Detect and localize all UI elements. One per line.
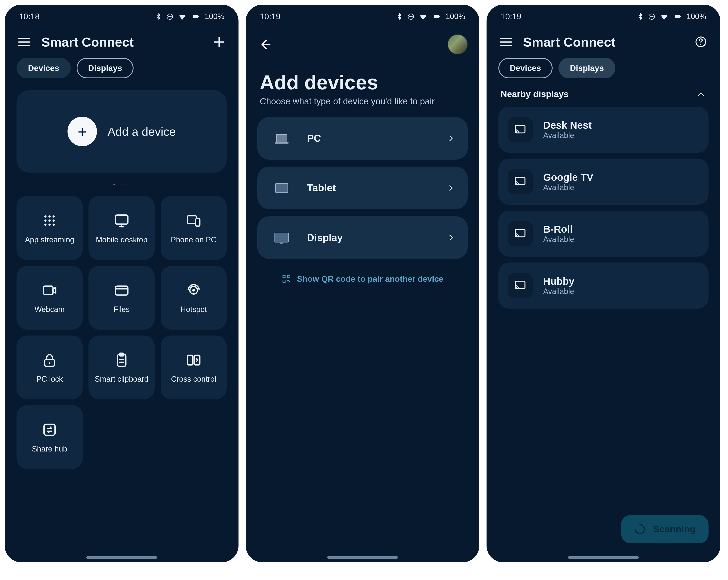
bluetooth-icon	[396, 13, 403, 20]
screen-add-devices: 10:19 100% Add devices Choose what type …	[246, 5, 479, 562]
tile-cross-control[interactable]: Cross control	[161, 335, 227, 399]
screen-displays: 10:19 100% Smart Connect Devices Display…	[487, 5, 720, 562]
scanning-chip: Scanning	[621, 515, 708, 544]
tile-phone-on-pc[interactable]: Phone on PC	[161, 196, 227, 260]
nav-handle[interactable]	[568, 556, 639, 559]
bluetooth-icon	[637, 13, 644, 20]
section-title: Nearby displays	[501, 89, 569, 99]
tile-smart-clipboard[interactable]: Smart clipboard	[88, 335, 155, 399]
app-title: Smart Connect	[41, 34, 202, 50]
tile-label: PC lock	[36, 375, 63, 383]
monitor-icon	[113, 212, 131, 229]
tile-hotspot[interactable]: Hotspot	[161, 266, 227, 330]
display-row[interactable]: Google TV Available	[498, 158, 708, 205]
battery-icon	[190, 12, 201, 21]
display-row[interactable]: B-Roll Available	[498, 211, 708, 257]
tablet-icon	[269, 180, 294, 196]
display-name: B-Roll	[543, 223, 574, 235]
tile-files[interactable]: Files	[88, 266, 155, 330]
feature-grid: App streaming Mobile desktop Phone on PC…	[5, 196, 238, 469]
tile-share-hub[interactable]: Share hub	[17, 405, 82, 469]
wifi-icon	[418, 12, 428, 21]
nav-handle[interactable]	[327, 556, 398, 559]
cast-icon	[508, 273, 532, 298]
nav-handle[interactable]	[86, 556, 157, 559]
menu-icon	[499, 35, 513, 49]
help-icon	[694, 35, 707, 48]
tab-devices[interactable]: Devices	[17, 58, 71, 78]
option-pc[interactable]: PC	[257, 117, 467, 159]
tile-webcam[interactable]: Webcam	[17, 266, 82, 330]
option-label: Display	[307, 232, 434, 244]
tile-label: Share hub	[32, 445, 67, 453]
help-button[interactable]	[693, 34, 708, 50]
cast-icon	[508, 117, 532, 142]
status-bar: 10:19 100%	[246, 5, 479, 24]
qr-label: Show QR code to pair another device	[297, 274, 443, 284]
swap-icon	[41, 421, 59, 438]
back-button[interactable]	[257, 36, 273, 52]
display-status: Available	[543, 235, 574, 244]
wifi-icon	[178, 12, 187, 21]
wifi-icon	[659, 12, 669, 21]
dnd-icon	[407, 12, 415, 21]
tab-displays[interactable]: Displays	[558, 58, 616, 78]
tile-label: Hotspot	[181, 305, 207, 314]
tile-label: Phone on PC	[171, 235, 216, 244]
display-name: Desk Nest	[543, 119, 592, 131]
display-name: Hubby	[543, 275, 575, 287]
tab-displays[interactable]: Displays	[77, 58, 133, 78]
camera-icon	[41, 281, 59, 299]
tile-app-streaming[interactable]: App streaming	[17, 196, 82, 260]
page-indicator: • —	[5, 179, 238, 196]
qr-icon	[282, 274, 291, 284]
tile-pc-lock[interactable]: PC lock	[17, 335, 82, 399]
status-bar: 10:18 100%	[5, 5, 238, 24]
tile-label: Mobile desktop	[96, 235, 148, 244]
tab-devices[interactable]: Devices	[498, 58, 552, 78]
battery-pct: 100%	[205, 12, 224, 21]
display-row[interactable]: Desk Nest Available	[498, 107, 708, 153]
phone-pc-icon	[185, 212, 203, 229]
dnd-icon	[648, 12, 656, 21]
broadcast-icon	[185, 281, 203, 299]
clock: 10:18	[19, 12, 40, 21]
scanning-label: Scanning	[653, 524, 696, 534]
add-device-label: Add a device	[107, 125, 176, 138]
status-bar: 10:19 100%	[487, 5, 720, 24]
profile-avatar[interactable]	[448, 34, 468, 54]
battery-pct: 100%	[686, 12, 706, 21]
tile-mobile-desktop[interactable]: Mobile desktop	[88, 196, 155, 260]
menu-button[interactable]	[17, 34, 32, 50]
tile-label: Cross control	[171, 375, 216, 383]
add-device-card[interactable]: + Add a device	[17, 90, 227, 173]
display-row[interactable]: Hubby Available	[498, 262, 708, 309]
option-display[interactable]: Display	[257, 216, 467, 259]
spinner-icon	[634, 523, 646, 535]
display-icon	[269, 230, 294, 245]
cast-icon	[508, 221, 532, 246]
battery-pct: 100%	[446, 12, 465, 21]
menu-icon	[17, 35, 31, 49]
app-title: Smart Connect	[523, 34, 684, 50]
chevron-right-icon	[446, 233, 456, 243]
chevron-right-icon	[446, 183, 456, 193]
display-status: Available	[543, 131, 592, 140]
tile-label: App streaming	[25, 235, 74, 244]
display-name: Google TV	[543, 172, 593, 183]
clock: 10:19	[260, 12, 281, 21]
qr-pair-link[interactable]: Show QR code to pair another device	[246, 266, 479, 292]
display-status: Available	[543, 183, 593, 192]
battery-icon	[672, 12, 683, 21]
tile-label: Files	[113, 305, 130, 314]
page-title: Add devices	[246, 62, 479, 96]
folder-icon	[113, 281, 131, 299]
lock-icon	[41, 351, 59, 369]
tile-label: Webcam	[34, 305, 64, 314]
nearby-displays-header[interactable]: Nearby displays	[487, 86, 720, 107]
add-button[interactable]	[211, 34, 227, 50]
plus-circle-icon: +	[68, 117, 97, 146]
page-subtitle: Choose what type of device you'd like to…	[246, 96, 479, 117]
menu-button[interactable]	[498, 34, 514, 50]
option-tablet[interactable]: Tablet	[257, 167, 467, 209]
